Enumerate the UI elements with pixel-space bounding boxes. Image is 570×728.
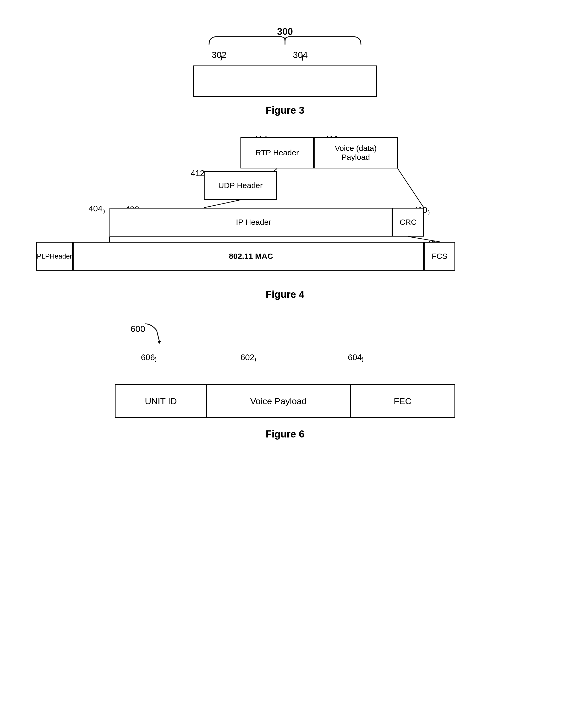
fig6-tick-606 <box>153 357 158 362</box>
fig6-caption: Figure 6 <box>21 429 549 440</box>
fig3-boxes-row <box>193 65 377 97</box>
fig6-label-600: 600 <box>130 324 146 334</box>
fig6-boxes-row: UNIT ID Voice Payload FEC <box>115 384 455 418</box>
svg-marker-8 <box>158 341 161 344</box>
fig3-caption: Figure 3 <box>266 105 304 116</box>
figure3-section: 300 302 304 <box>21 26 549 116</box>
fig4-voice-payload-box: Voice (data) Payload <box>314 137 398 169</box>
fig4-tick-404 <box>101 209 106 214</box>
fig3-tick-302 <box>217 54 225 62</box>
figure6-section: 600 606 602 604 <box>21 321 549 440</box>
fig4-caption: Figure 4 <box>21 289 549 300</box>
fig6-voice-payload-box: Voice Payload <box>207 384 350 418</box>
fig6-tick-604 <box>360 357 365 362</box>
fig6-tick-602 <box>252 357 258 362</box>
fig6-arrow-600 <box>144 322 165 349</box>
fig3-tick-304 <box>298 54 306 62</box>
fig3-brace-row: 300 <box>193 26 377 47</box>
fig4-label-404: 404 <box>88 204 102 214</box>
fig4-fcs-box: FCS <box>424 242 455 271</box>
fig6-unit-id-box: UNIT ID <box>115 384 207 418</box>
svg-line-3 <box>204 200 241 208</box>
fig4-label-412: 412 <box>191 169 205 178</box>
fig4-diagram: 400 402 404 406 408 <box>36 137 534 284</box>
fig3-box-right <box>285 65 377 97</box>
svg-line-2 <box>398 169 424 208</box>
fig4-ip-header-box: IP Header <box>109 208 392 237</box>
fig6-diagram: 600 606 602 604 <box>115 321 455 418</box>
fig4-udp-header-box: UDP Header <box>204 171 277 200</box>
fig4-tick-410 <box>426 210 431 216</box>
fig3-box-left <box>193 65 285 97</box>
fig3-diagram: 300 302 304 <box>193 26 377 97</box>
fig4-rtp-header-box: RTP Header <box>241 137 314 169</box>
fig4-mac-box: 802.11 MAC <box>73 242 424 271</box>
fig4-crc-box: CRC <box>392 208 424 237</box>
fig6-fec-box: FEC <box>350 384 455 418</box>
fig4-plp-header-box: PLPHeader <box>36 242 73 271</box>
fig3-brace-svg <box>207 34 363 47</box>
figure4-section: 400 402 404 406 408 <box>21 137 549 300</box>
